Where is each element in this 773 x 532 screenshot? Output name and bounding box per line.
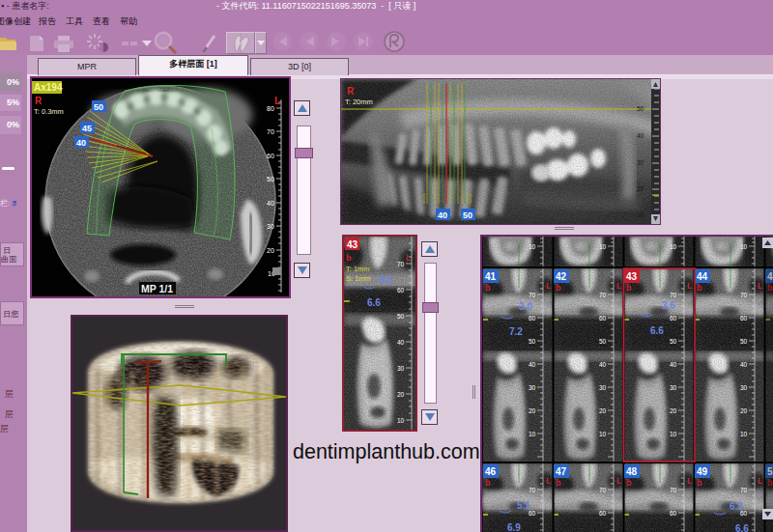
svg-text:20: 20	[397, 391, 405, 398]
svg-text:70: 70	[267, 128, 274, 135]
svg-text:L: L	[406, 253, 412, 263]
svg-text:41: 41	[485, 271, 497, 282]
svg-text:60: 60	[397, 287, 405, 294]
svg-text:47: 47	[556, 466, 567, 477]
svg-text:40: 40	[267, 200, 274, 207]
svg-text:6.9: 6.9	[507, 522, 521, 532]
svg-text:50: 50	[94, 102, 103, 112]
svg-text:b: b	[346, 253, 352, 263]
svg-text:10: 10	[397, 417, 405, 424]
svg-text:3.6: 3.6	[662, 300, 675, 311]
svg-text:44: 44	[697, 271, 708, 282]
svg-text:6.6: 6.6	[650, 325, 664, 336]
svg-text:10: 10	[637, 211, 644, 218]
svg-text:3.6: 3.6	[379, 274, 392, 285]
svg-text:30: 30	[637, 159, 644, 166]
svg-text:5.1: 5.1	[517, 500, 530, 511]
svg-text:50: 50	[463, 210, 472, 220]
svg-text:60: 60	[267, 153, 274, 159]
svg-text:50: 50	[267, 176, 274, 182]
svg-text:40: 40	[637, 132, 644, 139]
svg-text:3.0: 3.0	[519, 301, 532, 312]
svg-text:30: 30	[397, 365, 405, 372]
svg-text:30: 30	[267, 223, 274, 230]
svg-text:6.3: 6.3	[730, 501, 743, 512]
svg-text:42: 42	[556, 271, 567, 282]
svg-text:40: 40	[397, 339, 405, 346]
svg-text:43: 43	[626, 271, 638, 282]
svg-text:46: 46	[485, 466, 497, 477]
svg-text:MP 1/1: MP 1/1	[141, 283, 173, 294]
svg-text:40: 40	[438, 210, 447, 220]
svg-text:45: 45	[82, 124, 92, 133]
svg-text:43: 43	[347, 239, 358, 250]
svg-text:80: 80	[267, 105, 274, 112]
svg-text:7.2: 7.2	[509, 326, 523, 337]
svg-text:R: R	[35, 96, 43, 106]
svg-text:Ax194: Ax194	[34, 82, 63, 93]
svg-text:20: 20	[267, 247, 274, 254]
svg-text:R: R	[347, 86, 355, 97]
svg-text:20: 20	[637, 185, 644, 192]
svg-text:40: 40	[76, 138, 86, 148]
svg-text:50: 50	[637, 105, 644, 112]
svg-text:6.6: 6.6	[735, 523, 749, 532]
svg-text:T: 0.3mm: T: 0.3mm	[34, 107, 64, 116]
svg-text:T: 1mm: T: 1mm	[346, 265, 370, 273]
svg-text:T: 20mm: T: 20mm	[345, 98, 373, 106]
svg-text:6.6: 6.6	[367, 297, 381, 308]
svg-text:50: 50	[397, 313, 405, 320]
svg-text:49: 49	[697, 466, 708, 477]
svg-text:S: 1mm: S: 1mm	[346, 274, 371, 283]
svg-text:70: 70	[397, 261, 405, 267]
svg-text:L: L	[274, 96, 280, 106]
svg-text:48: 48	[626, 466, 638, 477]
